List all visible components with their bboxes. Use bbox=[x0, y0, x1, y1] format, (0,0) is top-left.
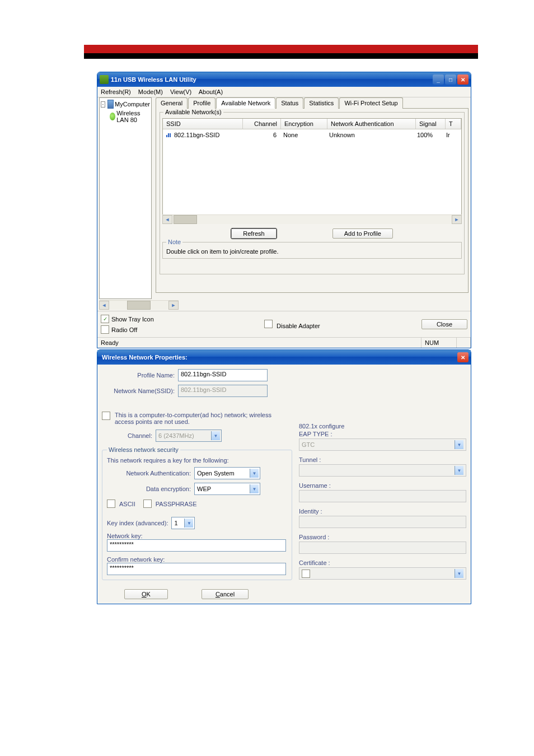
properties-dialog: Wireless Network Properties: ✕ Profile N… bbox=[97, 349, 471, 604]
chevron-down-icon[interactable]: ▼ bbox=[184, 519, 193, 528]
tree-scroll-right[interactable]: ► bbox=[168, 301, 179, 310]
tree-hscrollbar[interactable]: ◄ ► bbox=[99, 300, 179, 310]
tab-statistics[interactable]: Statistics bbox=[304, 97, 339, 109]
tree-scroll-left[interactable]: ◄ bbox=[99, 301, 109, 310]
adhoc-label: This is a computer-to-computer(ad hoc) n… bbox=[115, 412, 288, 425]
key-index-dropdown[interactable]: 1 ▼ bbox=[171, 517, 195, 529]
tab-general[interactable]: General bbox=[156, 97, 188, 109]
bottom-controls: ✓ Show Tray Icon Radio Off Disable Adapt… bbox=[97, 311, 471, 337]
red-header-bar bbox=[84, 45, 478, 53]
config-label: 802.1x configure bbox=[299, 423, 466, 430]
chevron-down-icon[interactable]: ▼ bbox=[250, 484, 259, 493]
channel-label: Channel: bbox=[102, 432, 152, 439]
tree-child-label: Wireless LAN 80 bbox=[116, 110, 150, 123]
net-auth-value: Open System bbox=[197, 470, 235, 477]
close-button[interactable]: ✕ bbox=[457, 74, 469, 85]
ok-button[interactable]: OK bbox=[124, 589, 168, 599]
col-t[interactable]: T bbox=[446, 119, 461, 129]
table-row[interactable]: 802.11bgn-SSID 6 None Unknown 100% Ir bbox=[163, 129, 461, 141]
scroll-right-button[interactable]: ► bbox=[452, 215, 462, 224]
radio-off-checkbox[interactable] bbox=[101, 325, 109, 334]
data-enc-value: WEP bbox=[197, 486, 211, 492]
adhoc-checkbox[interactable] bbox=[102, 412, 110, 420]
certificate-field: ▼ bbox=[299, 567, 466, 580]
main-utility-window: 11n USB Wireless LAN Utility _ □ ✕ Refre… bbox=[97, 72, 471, 348]
col-netauth[interactable]: Network Authentication bbox=[327, 119, 416, 129]
cell-signal: 100% bbox=[414, 130, 443, 139]
menu-view[interactable]: View(V) bbox=[170, 88, 191, 95]
tree-collapse-icon[interactable]: - bbox=[101, 101, 105, 108]
available-networks-legend: Available Network(s) bbox=[163, 109, 223, 115]
data-enc-dropdown[interactable]: WEP ▼ bbox=[194, 483, 260, 495]
security-group: Wireless network security This network r… bbox=[102, 450, 292, 580]
col-signal[interactable]: Signal bbox=[416, 119, 446, 129]
menu-refresh[interactable]: Refresh(R) bbox=[101, 88, 131, 95]
refresh-button[interactable]: Refresh bbox=[231, 228, 277, 239]
ascii-label: ASCII bbox=[119, 501, 135, 507]
note-group: Note Double click on item to join/create… bbox=[162, 242, 462, 259]
disable-adapter-label: Disable Adapter bbox=[277, 323, 320, 329]
tab-wifi-protect[interactable]: Wi-Fi Protect Setup bbox=[339, 97, 402, 109]
tree-root[interactable]: - MyComputer bbox=[101, 99, 150, 109]
show-tray-checkbox[interactable]: ✓ bbox=[101, 315, 109, 323]
col-ssid[interactable]: SSID bbox=[163, 119, 243, 129]
menu-about[interactable]: About(A) bbox=[199, 88, 223, 95]
cancel-button[interactable]: Cancel bbox=[202, 589, 249, 599]
dialog-close-button[interactable]: ✕ bbox=[457, 352, 469, 362]
titlebar[interactable]: 11n USB Wireless LAN Utility _ □ ✕ bbox=[97, 72, 471, 87]
ascii-checkbox[interactable] bbox=[107, 500, 115, 508]
confirm-key-input[interactable]: ********** bbox=[107, 563, 286, 575]
tab-available-network[interactable]: Available Network bbox=[216, 97, 275, 109]
network-key-input[interactable]: ********** bbox=[107, 539, 286, 552]
cell-t: Ir bbox=[443, 130, 458, 139]
disable-adapter-checkbox[interactable] bbox=[264, 320, 273, 328]
tree-root-label: MyComputer bbox=[115, 101, 150, 108]
add-to-profile-button[interactable]: Add to Profile bbox=[332, 228, 393, 239]
tab-status[interactable]: Status bbox=[276, 97, 303, 109]
scroll-left-button[interactable]: ◄ bbox=[162, 215, 172, 224]
left-column: Profile Name: 802.11bgn-SSID Network Nam… bbox=[102, 369, 292, 599]
note-text: Double click on item to join/create prof… bbox=[166, 248, 458, 255]
certificate-checkbox bbox=[302, 570, 310, 578]
col-channel[interactable]: Channel bbox=[243, 119, 281, 129]
close-main-button[interactable]: Close bbox=[421, 319, 467, 329]
available-networks-group: Available Network(s) SSID Channel Encryp… bbox=[160, 112, 465, 274]
right-column: 802.1x configure EAP TYPE : GTC ▼ Tunnel… bbox=[299, 369, 466, 599]
table-hscrollbar[interactable]: ◄ ► bbox=[162, 214, 462, 224]
menu-mode[interactable]: Mode(M) bbox=[138, 88, 163, 95]
note-label: Note bbox=[166, 239, 182, 245]
maximize-button[interactable]: □ bbox=[445, 74, 456, 85]
username-label: Username : bbox=[299, 482, 466, 489]
confirm-key-label: Confirm network key: bbox=[107, 556, 287, 563]
dialog-titlebar[interactable]: Wireless Network Properties: ✕ bbox=[97, 350, 471, 365]
network-table[interactable]: SSID Channel Encryption Network Authenti… bbox=[162, 118, 462, 223]
profile-name-label: Profile Name: bbox=[102, 372, 175, 379]
device-tree: - MyComputer Wireless LAN 80 bbox=[99, 97, 152, 299]
password-label: Password : bbox=[299, 534, 466, 540]
col-encryption[interactable]: Encryption bbox=[281, 119, 327, 129]
key-index-value: 1 bbox=[174, 520, 177, 526]
scroll-thumb[interactable] bbox=[174, 215, 197, 224]
table-header: SSID Channel Encryption Network Authenti… bbox=[163, 119, 461, 129]
tab-content: Available Network(s) SSID Channel Encryp… bbox=[156, 108, 469, 293]
tree-scroll-thumb[interactable] bbox=[127, 301, 151, 310]
net-auth-dropdown[interactable]: Open System ▼ bbox=[194, 467, 260, 479]
username-field bbox=[299, 490, 466, 502]
status-grip bbox=[457, 338, 471, 348]
minimize-button[interactable]: _ bbox=[433, 74, 444, 85]
passphrase-checkbox[interactable] bbox=[143, 500, 152, 508]
tunnel-label: Tunnel : bbox=[299, 456, 466, 463]
tunnel-field: ▼ bbox=[299, 464, 466, 477]
profile-name-input[interactable]: 802.11bgn-SSID bbox=[178, 369, 268, 381]
statusbar: Ready NUM bbox=[97, 337, 471, 348]
key-index-label: Key index (advanced): bbox=[107, 520, 168, 526]
network-name-label: Network Name(SSID): bbox=[102, 388, 175, 394]
tab-strip: General Profile Available Network Status… bbox=[156, 97, 469, 109]
cell-channel: 6 bbox=[242, 130, 280, 139]
tree-child[interactable]: Wireless LAN 80 bbox=[110, 109, 150, 124]
network-name-input: 802.11bgn-SSID bbox=[178, 385, 268, 397]
status-num: NUM bbox=[421, 338, 457, 348]
show-tray-label: Show Tray Icon bbox=[111, 316, 154, 323]
tab-profile[interactable]: Profile bbox=[188, 97, 216, 109]
chevron-down-icon[interactable]: ▼ bbox=[250, 469, 259, 478]
